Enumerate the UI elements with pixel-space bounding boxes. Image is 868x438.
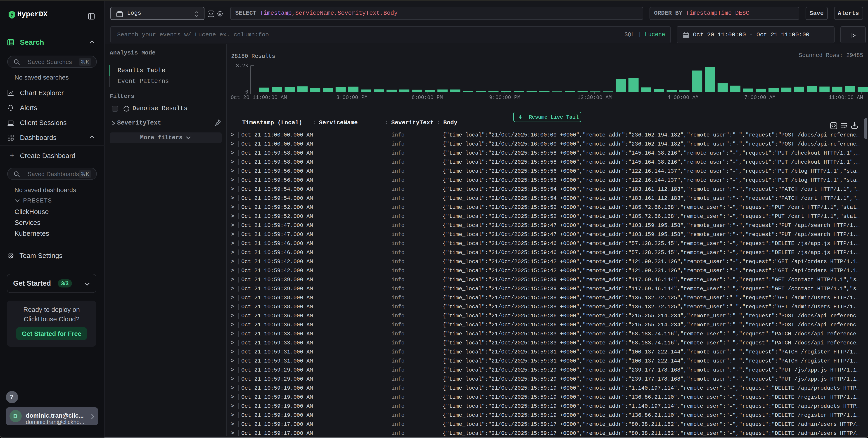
- svg-text:9:00:00 PM: 9:00:00 PM: [489, 95, 520, 101]
- svg-text:7:00:00 AM: 7:00:00 AM: [744, 95, 775, 101]
- svg-text:3:00:00 PM: 3:00:00 PM: [336, 95, 368, 101]
- svg-text:11:00:00 AM: 11:00:00 AM: [829, 95, 863, 101]
- svg-text:3.2K: 3.2K: [236, 63, 248, 69]
- svg-text:Oct 20 11:00:00 AM: Oct 20 11:00:00 AM: [231, 95, 287, 101]
- svg-text:4:00:00 AM: 4:00:00 AM: [668, 95, 699, 101]
- svg-text:6:00:00 PM: 6:00:00 PM: [412, 95, 443, 101]
- svg-text:0: 0: [245, 89, 248, 95]
- svg-text:12:30:00 AM: 12:30:00 AM: [578, 95, 612, 101]
